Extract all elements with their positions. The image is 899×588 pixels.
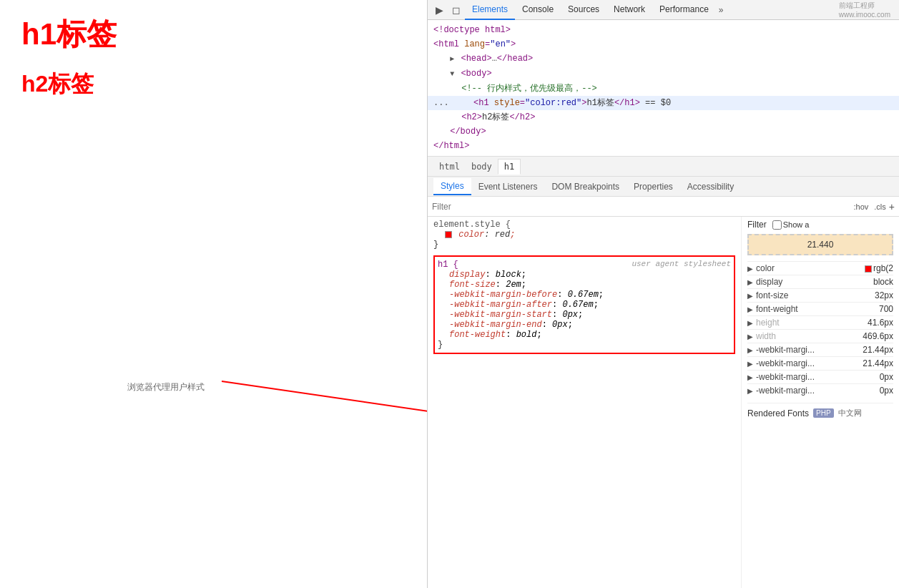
dom-line-html-close[interactable]: </html>: [428, 139, 899, 153]
prop-name-fontweight: font-weight: [756, 304, 879, 314]
tab-properties[interactable]: Properties: [627, 179, 680, 195]
dom-line-h2[interactable]: <h2>h2标签</h2>: [428, 110, 899, 124]
devtools-panel: ▶ ◻ Elements Console Sources Network Per…: [427, 0, 899, 588]
page-content: h1标签 h2标签 浏览器代理用户样式: [0, 0, 429, 588]
expand-color[interactable]: ▶: [747, 265, 753, 273]
hov-button[interactable]: :hov: [851, 201, 872, 212]
computed-prop-webkit1: ▶ -webkit-margi... 21.44px: [747, 343, 893, 356]
prop-name-webkit3: -webkit-margi...: [756, 372, 880, 382]
prop-value-webkit3: 0px: [880, 372, 893, 382]
computed-prop-webkit2: ▶ -webkit-margi... 21.44px: [747, 356, 893, 370]
color-swatch-red: [445, 231, 452, 238]
tab-elements[interactable]: Elements: [465, 0, 515, 20]
style-sub-tabs: Styles Event Listeners DOM Breakpoints P…: [428, 177, 899, 197]
expand-height[interactable]: ▶: [747, 319, 753, 327]
expand-fontsize[interactable]: ▶: [747, 292, 753, 300]
tab-styles[interactable]: Styles: [433, 178, 471, 195]
dom-line-h1[interactable]: ... <h1 style="color:red">h1标签</h1> == $…: [428, 96, 899, 110]
filter-bar: :hov .cls +: [428, 197, 899, 217]
prop-name-color: color: [756, 263, 865, 273]
browser-label: 浏览器代理用户样式: [127, 381, 205, 393]
styles-content: element.style { color: red; } h1 { user …: [428, 217, 899, 588]
expand-fontweight[interactable]: ▶: [747, 305, 753, 313]
php-badge: PHP: [813, 408, 834, 418]
dom-line-body[interactable]: ▼ <body>: [428, 67, 899, 82]
rendered-fonts: Rendered Fonts PHP 中文网: [747, 403, 893, 418]
box-value: 21.440: [807, 240, 834, 250]
prop-name-width: width: [756, 331, 863, 341]
prop-value-fontsize: 32px: [875, 290, 893, 300]
expand-display[interactable]: ▶: [747, 278, 753, 286]
styles-panel: html body h1 Styles Event Listeners DOM …: [428, 157, 899, 588]
breadcrumb-body[interactable]: body: [466, 160, 498, 174]
computed-prop-height: ▶ height 41.6px: [747, 315, 893, 329]
computed-prop-webkit4: ▶ -webkit-margi... 0px: [747, 383, 893, 397]
prop-name-display: display: [756, 277, 873, 287]
h2-heading: h2标签: [21, 69, 408, 100]
cursor-icon[interactable]: ▶: [431, 1, 448, 19]
prop-value-webkit1: 21.44px: [863, 345, 893, 355]
computed-color-swatch: [865, 265, 872, 273]
breadcrumb-html[interactable]: html: [433, 160, 466, 174]
prop-name-fontsize: font-size: [756, 290, 875, 300]
computed-filter-label: Filter: [747, 220, 767, 230]
prop-name-webkit2: -webkit-margi...: [756, 358, 863, 368]
css-rules-panel: element.style { color: red; } h1 { user …: [428, 217, 742, 588]
tab-network[interactable]: Network: [606, 0, 652, 20]
h1-ua-rule: h1 { user agent stylesheet display: bloc…: [433, 255, 735, 354]
show-all-label: Show a: [783, 220, 810, 229]
expand-webkit3[interactable]: ▶: [747, 373, 753, 381]
prop-name-webkit1: -webkit-margi...: [756, 345, 863, 355]
prop-value-display: block: [873, 277, 893, 287]
tab-performance[interactable]: Performance: [652, 0, 716, 20]
watermark: 前端工程师www.imooc.com: [839, 1, 896, 19]
prop-name-height: height: [756, 318, 868, 328]
computed-prop-display: ▶ display block: [747, 275, 893, 288]
tab-console[interactable]: Console: [515, 0, 561, 20]
prop-value-webkit2: 21.44px: [863, 358, 893, 368]
tab-dom-breakpoints[interactable]: DOM Breakpoints: [544, 179, 627, 195]
chinese-net-label: 中文网: [838, 408, 862, 418]
prop-value-height: 41.6px: [868, 318, 893, 328]
h1-heading: h1标签: [21, 14, 408, 54]
tab-accessibility[interactable]: Accessibility: [680, 179, 741, 195]
computed-filter-row: Filter Show a: [747, 220, 893, 230]
expand-webkit4[interactable]: ▶: [747, 387, 753, 395]
cls-button[interactable]: .cls: [871, 201, 889, 212]
dom-line-body-close[interactable]: </body>: [428, 124, 899, 139]
devtools-tabs: ▶ ◻ Elements Console Sources Network Per…: [428, 0, 899, 20]
computed-prop-color: ▶ color rgb(2: [747, 261, 893, 275]
computed-prop-webkit3: ▶ -webkit-margi... 0px: [747, 370, 893, 383]
device-icon[interactable]: ◻: [448, 1, 465, 19]
tab-sources[interactable]: Sources: [561, 0, 606, 20]
filter-input[interactable]: [432, 202, 851, 212]
computed-prop-fontsize: ▶ font-size 32px: [747, 288, 893, 302]
computed-prop-fontweight: ▶ font-weight 700: [747, 302, 893, 315]
dom-line-comment[interactable]: <!-- 行内样式，优先级最高，-->: [428, 82, 899, 96]
prop-value-webkit4: 0px: [880, 386, 893, 396]
element-style-rule: element.style { color: red; }: [433, 220, 735, 250]
dom-tree: <!doctype html> <html lang="en"> ▶ <head…: [428, 20, 899, 157]
dom-line-html[interactable]: <html lang="en">: [428, 37, 899, 52]
box-model: 21.440: [747, 234, 893, 255]
expand-width[interactable]: ▶: [747, 333, 753, 340]
show-all-checkbox[interactable]: [772, 220, 782, 230]
computed-panel: Filter Show a 21.440 ▶ color rgb(2: [742, 217, 899, 588]
prop-value-fontweight: 700: [879, 304, 893, 314]
expand-webkit1[interactable]: ▶: [747, 346, 753, 354]
expand-webkit2[interactable]: ▶: [747, 360, 753, 368]
more-tabs-button[interactable]: »: [719, 5, 724, 15]
rendered-fonts-text: Rendered Fonts: [747, 408, 809, 418]
breadcrumb-tabs: html body h1: [428, 157, 899, 177]
dom-line-doctype[interactable]: <!doctype html>: [428, 23, 899, 37]
prop-name-webkit4: -webkit-margi...: [756, 386, 880, 396]
prop-value-color: rgb(2: [865, 263, 893, 273]
tab-event-listeners[interactable]: Event Listeners: [471, 179, 545, 195]
dom-line-head[interactable]: ▶ <head>…</head>: [428, 52, 899, 67]
prop-value-width: 469.6px: [863, 331, 893, 341]
breadcrumb-h1[interactable]: h1: [498, 159, 521, 175]
add-rule-button[interactable]: +: [889, 201, 895, 212]
computed-prop-width: ▶ width 469.6px: [747, 329, 893, 343]
